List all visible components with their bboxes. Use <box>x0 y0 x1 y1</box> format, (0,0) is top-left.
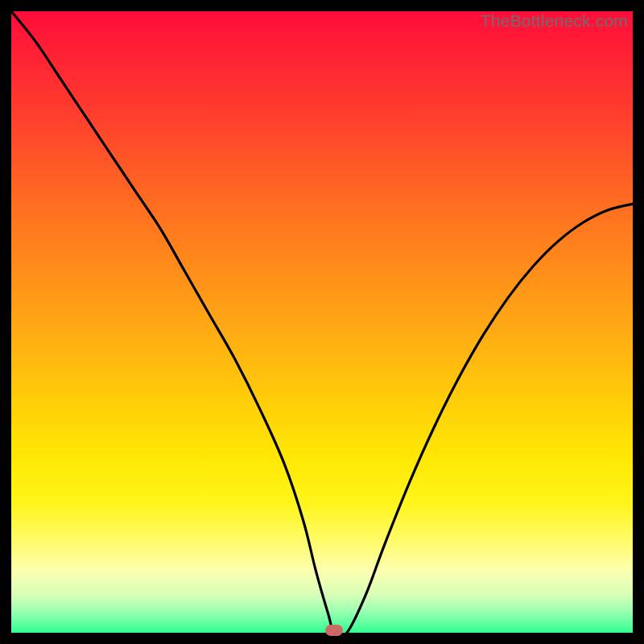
optimal-marker <box>325 625 343 636</box>
bottleneck-curve <box>11 11 633 633</box>
plot-area: TheBottleneck.com <box>11 11 633 633</box>
chart-frame: TheBottleneck.com <box>0 0 644 644</box>
